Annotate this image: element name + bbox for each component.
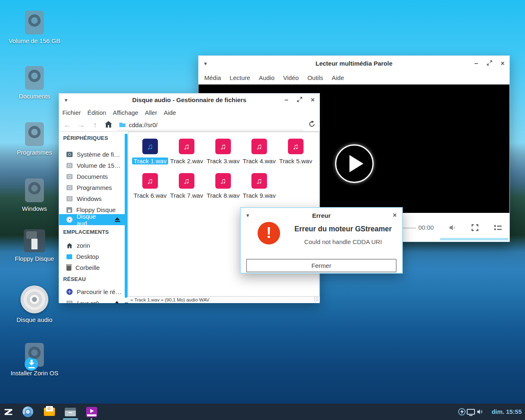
maximize-button[interactable]	[297, 97, 302, 103]
sidebar-item-windows[interactable]: Windows	[59, 193, 125, 204]
sidebar-item-programmes[interactable]: Programmes	[59, 182, 125, 193]
sidebar-item-corbeille[interactable]: Corbeille	[59, 262, 125, 273]
menu-outils[interactable]: Outils	[307, 74, 323, 81]
taskbar-volume-indicator[interactable]	[472, 404, 488, 420]
desktop-icon-disque-audio[interactable]: Disque audio	[7, 285, 62, 323]
taskbar-browser-button[interactable]	[20, 404, 36, 420]
minimize-button[interactable]: −	[284, 97, 288, 103]
mail-icon: @	[44, 408, 55, 416]
fm-titlebar[interactable]: ▾ Disque audio - Gestionnaire de fichier…	[59, 94, 320, 106]
close-button[interactable]: ×	[393, 212, 397, 219]
menu-media[interactable]: Média	[204, 74, 221, 81]
window-menu-caret-icon[interactable]: ▾	[247, 212, 249, 218]
maximize-button[interactable]	[487, 60, 492, 67]
sidebar-item-parcourir[interactable]: Parcourir le ré…	[59, 286, 125, 297]
sidebar-item-desktop[interactable]: Desktop	[59, 251, 125, 262]
close-button[interactable]: ×	[311, 97, 315, 103]
sidebar-item-label: Windows	[77, 195, 102, 202]
window-menu-caret-icon[interactable]: ▾	[65, 97, 67, 103]
file-track3[interactable]: ♫ Track 3.wav	[204, 139, 242, 165]
file-label: Track 4.wav	[240, 157, 278, 165]
sidebar-item-documents[interactable]: Documents	[59, 171, 125, 182]
taskbar-files-button[interactable]	[62, 404, 78, 420]
player-menubar: Média Lecture Audio Vidéo Outils Aide	[199, 71, 509, 84]
desktop-icon-windows[interactable]: Windows	[7, 178, 62, 212]
desktop-icon-programmes[interactable]: Programmes	[7, 122, 62, 156]
desktop-icon-label: Windows	[7, 205, 62, 212]
drive-icon	[66, 196, 73, 201]
menu-audio[interactable]: Audio	[259, 74, 274, 81]
desktop-icon-documents[interactable]: Documents	[7, 66, 62, 100]
sidebar-item-systeme[interactable]: Système de fi…	[59, 149, 125, 160]
location-bar[interactable]: cdda://sr0/	[117, 120, 303, 130]
sidebar-header-devices: PÉRIPHÉRIQUES	[63, 135, 125, 142]
desktop-icon-label: Disque audio	[7, 316, 62, 323]
sidebar-item-sur-sr0[interactable]: / sur sr0	[59, 298, 125, 303]
sidebar-item-volume[interactable]: Volume de 15…	[59, 160, 125, 171]
desktop-icon-volume156[interactable]: Volume de 156 GB	[7, 11, 62, 44]
file-track4[interactable]: ♫ Track 4.wav	[240, 139, 278, 165]
home-button[interactable]	[105, 121, 112, 130]
minimize-button[interactable]: −	[474, 60, 478, 67]
reload-button[interactable]	[308, 120, 316, 130]
file-track6[interactable]: ♫ Track 6.wav	[131, 173, 169, 200]
play-button[interactable]	[335, 144, 374, 183]
taskbar-media-player-button[interactable]	[83, 404, 100, 420]
menu-fichier[interactable]: Fichier	[62, 109, 81, 116]
desktop-icon-floppy[interactable]: Floppy Disque	[7, 229, 62, 262]
fermer-button[interactable]: Fermer	[246, 259, 397, 272]
file-label: Track 6.wav	[131, 192, 169, 200]
up-button[interactable]: ↑	[91, 121, 100, 130]
sidebar-item-label: / sur sr0	[77, 300, 99, 303]
menu-aller[interactable]: Aller	[145, 109, 157, 116]
player-titlebar[interactable]: ▾ Lecteur multimédia Parole − ×	[199, 56, 509, 71]
error-message: Could not handle CDDA URI	[287, 238, 399, 245]
error-alert-icon: !	[258, 222, 280, 244]
close-button[interactable]: ×	[501, 60, 504, 67]
location-text: cdda://sr0/	[129, 121, 158, 128]
desktop-icon-label: Programmes	[7, 149, 62, 156]
buffer-progress-strip	[440, 238, 508, 240]
eject-icon[interactable]	[114, 301, 120, 304]
menu-video[interactable]: Vidéo	[283, 74, 299, 81]
playlist-icon[interactable]	[494, 224, 502, 233]
file-track8[interactable]: ♫ Track 8.wav	[204, 173, 242, 200]
active-window-indicator	[63, 418, 78, 420]
menu-lecture[interactable]: Lecture	[230, 74, 250, 81]
forward-button[interactable]: →	[77, 121, 86, 130]
sidebar-scrollbar[interactable]	[125, 134, 128, 298]
sidebar-item-disque-audio-selected[interactable]: Disque aud…	[59, 214, 125, 225]
error-heading: Erreur du moteur GStreamer	[287, 225, 399, 233]
menu-aide[interactable]: Aide	[164, 109, 176, 116]
sidebar-item-zorin[interactable]: zorin	[59, 240, 125, 251]
dialog-titlebar[interactable]: ▾ Erreur ×	[241, 208, 402, 223]
menu-aide[interactable]: Aide	[332, 74, 344, 81]
sidebar-item-label: Volume de 15…	[77, 162, 121, 169]
file-track5[interactable]: ♫ Track 5.wav	[277, 139, 315, 165]
player-title: Lecteur multimédia Parole	[315, 60, 393, 67]
desktop-icon-installer[interactable]: Installer Zorin OS	[7, 343, 62, 377]
file-track1[interactable]: ♫ Track 1.wav	[131, 139, 169, 165]
eject-icon[interactable]	[115, 217, 120, 222]
volume-icon[interactable]	[448, 223, 457, 234]
file-track2[interactable]: ♫ Track 2.wav	[168, 139, 205, 165]
sidebar-header-places: EMPLACEMENTS	[63, 229, 125, 236]
error-dialog: ▾ Erreur × ! Erreur du moteur GStreamer …	[240, 207, 403, 274]
browser-icon	[23, 406, 33, 417]
sidebar-item-label: Système de fi…	[77, 151, 120, 158]
file-track7[interactable]: ♫ Track 7.wav	[168, 173, 205, 200]
fullscreen-icon[interactable]	[471, 224, 479, 233]
download-badge-icon	[25, 357, 38, 371]
file-label: Track 9.wav	[240, 192, 278, 200]
back-button[interactable]: ←	[63, 121, 72, 130]
taskbar-clock[interactable]: dim. 15:55	[492, 404, 522, 420]
file-track9[interactable]: ♫ Track 9.wav	[240, 173, 278, 200]
taskbar-mail-button[interactable]: @	[41, 404, 57, 420]
menu-edition[interactable]: Édition	[87, 109, 106, 116]
menu-affichage[interactable]: Affichage	[113, 109, 138, 116]
resize-grip[interactable]	[314, 297, 319, 301]
floppy-icon	[24, 229, 45, 252]
taskbar-zorin-menu-button[interactable]	[0, 404, 16, 420]
player-window-indicator	[91, 418, 92, 420]
window-menu-caret-icon[interactable]: ▾	[204, 61, 207, 66]
